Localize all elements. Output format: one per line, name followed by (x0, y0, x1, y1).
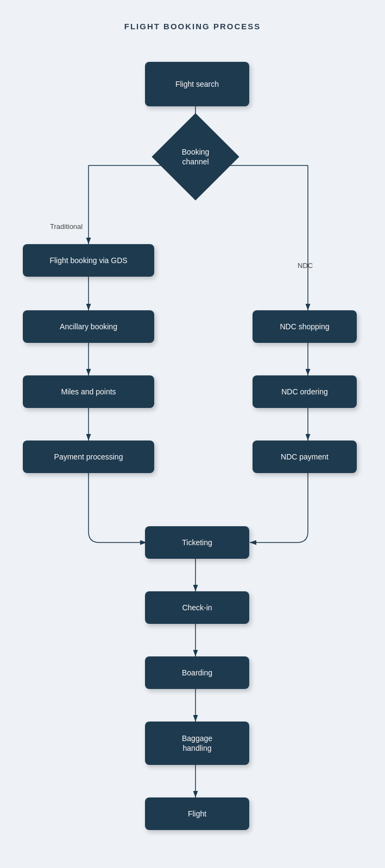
baggage-handling-node: Baggage handling (145, 722, 249, 765)
page-title: FLIGHT BOOKING PROCESS (0, 0, 385, 31)
flight-node: Flight (145, 797, 249, 830)
flight-search-node: Flight search (145, 62, 249, 106)
boarding-node: Boarding (145, 656, 249, 689)
ndc-shopping-node: NDC shopping (253, 310, 357, 343)
ndc-payment-node: NDC payment (253, 441, 357, 473)
booking-channel-node: Booking channel (152, 113, 239, 200)
diagram-container: FLIGHT BOOKING PROCESS (0, 0, 385, 868)
ndc-label: NDC (298, 261, 313, 270)
payment-processing-node: Payment processing (23, 441, 154, 473)
check-in-node: Check-in (145, 591, 249, 624)
ndc-ordering-node: NDC ordering (253, 375, 357, 408)
traditional-label: Traditional (50, 222, 83, 231)
ticketing-node: Ticketing (145, 526, 249, 559)
miles-and-points-node: Miles and points (23, 375, 154, 408)
ancillary-booking-node: Ancillary booking (23, 310, 154, 343)
flight-booking-gds-node: Flight booking via GDS (23, 244, 154, 277)
